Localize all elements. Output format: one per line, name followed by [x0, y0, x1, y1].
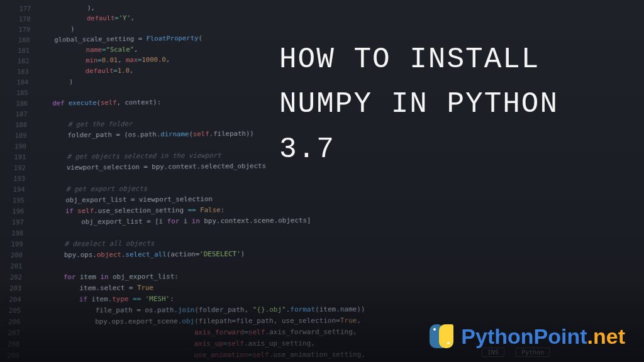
python-logo-icon	[428, 323, 455, 349]
brand-tld: .net	[587, 324, 625, 348]
brand-logo: PythonPoint.net	[428, 323, 625, 349]
page-title: HOW TO INSTALL NUMPY IN PYTHON 3.7	[279, 38, 606, 172]
brand-name: PythonPoint	[461, 324, 587, 348]
